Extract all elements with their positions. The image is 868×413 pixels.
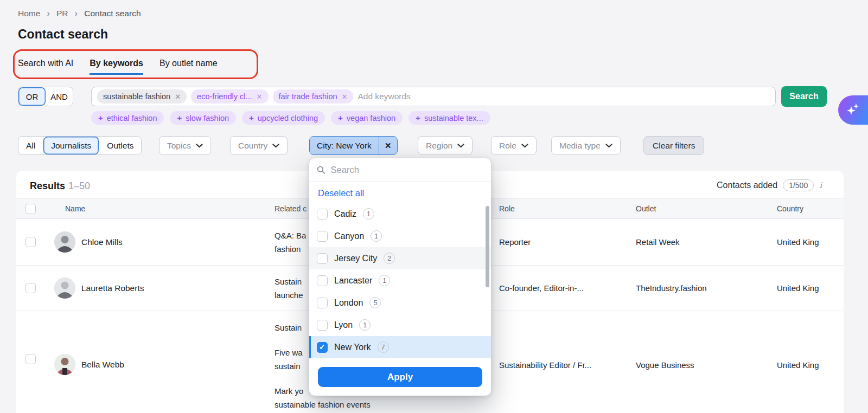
- city-option-canyon[interactable]: Canyon 1: [309, 225, 491, 247]
- tab-by-keywords[interactable]: By keywords: [90, 59, 143, 75]
- chevron-down-icon: [457, 144, 464, 148]
- checkbox-checked[interactable]: [317, 342, 328, 353]
- checkbox[interactable]: [317, 298, 328, 308]
- tab-search-with-ai[interactable]: Search with AI: [18, 59, 73, 75]
- city-option-label: New York: [334, 343, 371, 352]
- plus-icon: +: [416, 113, 420, 122]
- remove-keyword-icon[interactable]: ✕: [175, 93, 181, 101]
- column-country: Country: [777, 204, 837, 213]
- city-option-label: Cadiz: [334, 209, 356, 219]
- checkbox[interactable]: [317, 253, 328, 264]
- keyword-chip-label: fair trade fashion: [279, 92, 337, 101]
- contact-country: United King: [777, 237, 838, 247]
- contact-name[interactable]: Bella Webb: [81, 360, 124, 370]
- results-range: 1–50: [68, 180, 90, 191]
- related-line: fashion: [275, 242, 306, 256]
- dropdown-search[interactable]: [309, 158, 491, 182]
- city-option-new-york[interactable]: New York 7: [309, 336, 491, 358]
- chevron-down-icon: [605, 144, 612, 148]
- city-option-label: Canyon: [334, 231, 364, 241]
- count-badge: 1: [371, 230, 382, 242]
- contact-role: Sustainability Editor / Fr...: [499, 360, 591, 370]
- select-all-checkbox[interactable]: [25, 204, 36, 214]
- suggestion-label: slow fashion: [186, 114, 229, 122]
- related-coverage[interactable]: Q&A: Ba fashion: [275, 229, 306, 256]
- row-checkbox[interactable]: [25, 283, 36, 293]
- city-option-london[interactable]: London 5: [309, 292, 491, 314]
- search-icon: [317, 165, 326, 175]
- remove-keyword-icon[interactable]: ✕: [342, 93, 348, 101]
- breadcrumb-pr[interactable]: PR: [56, 9, 68, 18]
- column-outlet: Outlet: [636, 204, 656, 213]
- breadcrumb-home[interactable]: Home: [18, 9, 40, 18]
- results-title: Results1–50: [30, 180, 90, 192]
- search-mode-tabs: Search with AI By keywords By outlet nam…: [18, 59, 218, 75]
- search-button[interactable]: Search: [781, 86, 827, 107]
- breadcrumb: Home › PR › Contact search: [18, 8, 141, 19]
- keywords-input-box[interactable]: sustainable fashion ✕ eco-friendly cl...…: [91, 87, 776, 106]
- suggestion-chip[interactable]: +upcycled clothing: [242, 111, 325, 125]
- contact-country: United King: [777, 283, 838, 293]
- add-keywords-placeholder[interactable]: Add keywords: [358, 92, 410, 101]
- count-badge: 2: [384, 253, 395, 264]
- and-toggle[interactable]: AND: [46, 87, 73, 106]
- keyword-chip: eco-friendly cl... ✕: [191, 89, 268, 104]
- plus-icon: +: [338, 113, 343, 122]
- region-filter[interactable]: Region: [418, 136, 473, 155]
- row-checkbox[interactable]: [25, 237, 36, 247]
- ai-assistant-button[interactable]: [838, 95, 868, 125]
- city-option-cadiz[interactable]: Cadiz 1: [309, 203, 491, 225]
- segment-journalists[interactable]: Journalists: [43, 137, 99, 154]
- country-filter[interactable]: Country: [230, 136, 288, 155]
- results-label: Results: [30, 180, 65, 191]
- info-icon[interactable]: i: [819, 180, 822, 190]
- city-option-label: Lyon: [334, 320, 353, 330]
- suggestion-chip[interactable]: +sustainable tex...: [409, 111, 490, 125]
- deselect-all-link[interactable]: Deselect all: [309, 182, 491, 203]
- related-coverage[interactable]: Sustain launche: [275, 275, 303, 302]
- remove-keyword-icon[interactable]: ✕: [257, 93, 263, 101]
- topics-filter[interactable]: Topics: [159, 136, 211, 155]
- checkbox[interactable]: [317, 209, 328, 220]
- segment-all[interactable]: All: [18, 137, 43, 154]
- apply-button[interactable]: Apply: [318, 367, 482, 387]
- contacts-added-badge: 1/500: [783, 179, 814, 191]
- dropdown-search-input[interactable]: [331, 165, 483, 175]
- contact-country: United King: [777, 360, 838, 370]
- segment-outlets[interactable]: Outlets: [99, 137, 141, 154]
- suggestion-label: upcycled clothing: [258, 114, 318, 122]
- clear-filters-button[interactable]: Clear filters: [643, 136, 704, 155]
- contact-name[interactable]: Lauretta Roberts: [81, 283, 144, 293]
- contact-role: Reporter: [499, 237, 531, 247]
- contact-name[interactable]: Chloe Mills: [81, 237, 123, 247]
- city-option-lancaster[interactable]: Lancaster 1: [309, 269, 491, 292]
- city-option-lyon[interactable]: Lyon 1: [309, 314, 491, 336]
- suggestion-chip[interactable]: +vegan fashion: [331, 111, 403, 125]
- chevron-right-icon: ›: [75, 8, 78, 19]
- column-role: Role: [499, 204, 515, 213]
- suggestion-chip[interactable]: +ethical fashion: [91, 111, 164, 125]
- media-type-filter[interactable]: Media type: [551, 136, 621, 155]
- keyword-chip-label: sustainable fashion: [103, 92, 170, 101]
- suggestion-label: ethical fashion: [107, 114, 157, 122]
- tab-by-outlet-name[interactable]: By outlet name: [159, 59, 218, 75]
- sparkles-icon: [845, 102, 861, 118]
- avatar: [54, 231, 75, 253]
- suggestion-chip[interactable]: +slow fashion: [170, 111, 236, 125]
- contact-outlet: Vogue Business: [636, 360, 694, 370]
- city-option-jersey-city[interactable]: Jersey City 2: [309, 247, 491, 269]
- checkbox[interactable]: [317, 275, 328, 286]
- topics-label: Topics: [167, 141, 191, 151]
- checkbox[interactable]: [317, 231, 328, 242]
- city-filter-active[interactable]: City: New York ✕: [309, 136, 398, 155]
- role-filter[interactable]: Role: [491, 136, 537, 155]
- related-line: Sustain: [275, 275, 303, 288]
- avatar: [54, 278, 75, 299]
- scrollbar[interactable]: [486, 206, 489, 287]
- city-options-list: Cadiz 1 Canyon 1 Jersey City 2 Lancaster…: [309, 203, 491, 358]
- or-toggle[interactable]: OR: [18, 87, 46, 106]
- row-checkbox[interactable]: [25, 354, 36, 364]
- remove-city-filter-icon[interactable]: ✕: [379, 137, 397, 154]
- contact-outlet: Retail Week: [636, 237, 680, 247]
- checkbox[interactable]: [317, 320, 328, 331]
